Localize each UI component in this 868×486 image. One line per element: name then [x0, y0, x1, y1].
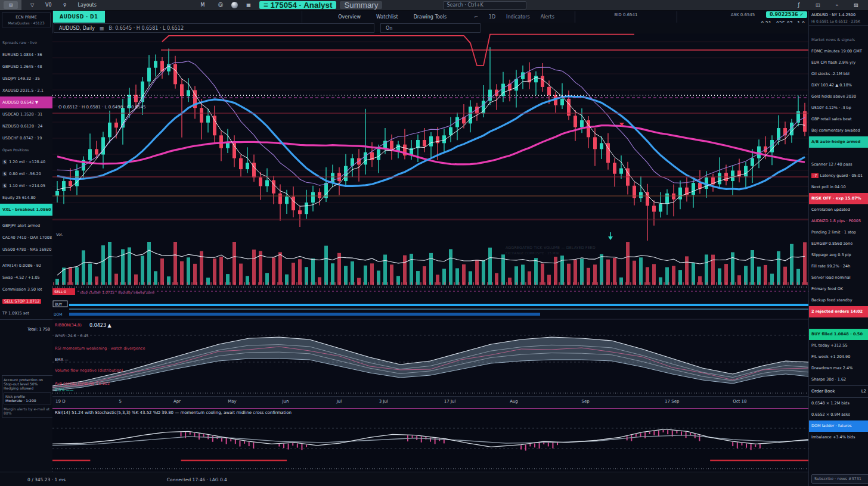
toggle-d-icon[interactable]: Ⓓ — [213, 1, 228, 9]
list-item[interactable]: GBPJPY alert armed — [0, 220, 52, 232]
list-item[interactable]: 0.80 mil · -56.20 — [0, 168, 52, 180]
list-item[interactable]: 2 rejected orders 14:02 — [809, 306, 868, 317]
oscillator-panel[interactable]: RSI(14) 51.24 with Stochastic(5,3,3) %K … — [52, 409, 808, 471]
list-item[interactable]: USDCHF 0.8742 · 19 — [0, 132, 52, 144]
list-item[interactable]: Swap -4.52 / +1.05 — [0, 272, 52, 284]
tab-item[interactable]: Watchlist — [376, 14, 398, 20]
app-grid-icon[interactable]: ⊞ — [4, 1, 18, 9]
list-item[interactable]: Drawdown max 2.4% — [809, 363, 868, 374]
tool-item[interactable]: ⌐ — [474, 14, 478, 20]
list-item[interactable]: Total: 1 758 — [0, 323, 52, 335]
toggle-m-icon[interactable]: M — [196, 1, 210, 9]
list-item[interactable]: Market news & signals — [809, 35, 868, 46]
list-item[interactable]: USDJPY 149.32 · 35 — [0, 73, 52, 85]
list-item[interactable]: 0.6552 × 0.9M asks — [809, 409, 868, 420]
list-item[interactable]: EURGBP 0.8560 zone — [809, 238, 868, 250]
list-item[interactable] — [0, 319, 52, 323]
list-item[interactable]: BoJ commentary awaited — [809, 125, 868, 136]
list-item[interactable]: XAUUSD 2031.5 · 2.1 — [0, 85, 52, 96]
list-item[interactable]: Primary feed OK — [809, 284, 868, 295]
analyst-button[interactable]: ≡ 175054 · Analyst — [259, 1, 336, 9]
list-item[interactable]: CAC40 7410 · DAX 17008 — [0, 232, 52, 244]
list-item[interactable] — [0, 256, 52, 260]
tab-strip-empty[interactable] — [105, 11, 302, 23]
list-item[interactable]: AUDUSD 0.6542 ▼ — [0, 96, 52, 108]
list-item[interactable]: BUY filled 1.0848 · 0.50 — [809, 329, 868, 340]
tool-item[interactable]: Indicators — [506, 14, 530, 20]
tab-item[interactable]: Drawing Tools — [414, 14, 447, 20]
list-item[interactable]: Imbalance +3.4% bids — [809, 432, 868, 443]
list-item[interactable] — [809, 317, 868, 329]
candlestick-chart[interactable]: O 0.6512 · H 0.6581 · L 0.6498 · C 0.654… — [52, 33, 808, 396]
risk-profile-box[interactable]: Risk profile Moderate · 1:200 — [4, 392, 51, 404]
list-item[interactable] — [809, 148, 868, 159]
svg-text:O 0.6512 · H 0.6581 · L 0.6498: O 0.6512 · H 0.6581 · L 0.6498 · C 0.654… — [58, 105, 145, 110]
list-item[interactable]: VXL · breakout 1.0860 — [0, 204, 52, 216]
list-item[interactable]: 0.6548 × 1.2M bids — [809, 398, 868, 409]
list-item[interactable]: SELL STOP 1.0712 — [0, 295, 52, 307]
menu-layouts[interactable]: Layouts — [76, 2, 99, 8]
list-item[interactable]: Next poll in 04:10 — [809, 182, 868, 193]
topbar-icon[interactable]: ◫ — [811, 1, 825, 9]
list-item[interactable]: Sharpe 30d · 1.62 — [809, 374, 868, 385]
list-item[interactable]: US10Y 4.12% · -3 bp — [809, 102, 868, 114]
list-item[interactable]: RISK OFF · exp 15.07% — [809, 193, 868, 204]
list-item[interactable]: Equity 25 614.80 — [0, 192, 52, 204]
symbol-info-box[interactable]: AUDUSD, Daily ▦ B: 0.6545 · H 0.6581 · L… — [54, 23, 374, 33]
list-item[interactable]: USDCAD 1.3528 · 31 — [0, 108, 52, 120]
oscillator-chart[interactable] — [52, 409, 808, 471]
list-item[interactable]: 1.10 mil · +214.05 — [0, 180, 52, 192]
list-item[interactable]: AUDNZD 1.8 pips · P0005 — [809, 216, 868, 227]
list-item[interactable]: Slippage avg 0.3 pip — [809, 250, 868, 261]
menu-v0[interactable]: V0 — [43, 2, 54, 8]
list-item[interactable]: ATR(14) 0.0086 · 92 — [0, 260, 52, 272]
list-item[interactable]: A/B auto-hedge armed — [809, 136, 868, 148]
filter-icon[interactable]: ▽ — [25, 1, 39, 9]
list-item[interactable]: EUR CPI flash 2.9% y/y — [809, 57, 868, 68]
list-item[interactable]: Scanner 12 / 40 pass — [809, 159, 868, 170]
list-item[interactable]: P/L today +312.55 — [809, 340, 868, 351]
globe-icon[interactable] — [231, 2, 238, 8]
topbar-icon[interactable]: ▨ — [849, 1, 863, 9]
list-item[interactable]: GBP retail sales beat — [809, 114, 868, 125]
tool-item[interactable]: 1D — [489, 14, 495, 20]
list-item[interactable]: Backup feed standby — [809, 295, 868, 306]
main-chart-pane[interactable]: O 0.6512 · H 0.6581 · L 0.6498 · C 0.654… — [52, 33, 808, 396]
list-item[interactable]: -7 Latency guard · 05:01 — [809, 170, 868, 182]
list-item[interactable]: DXY 103.42 ▲ 0.18% — [809, 80, 868, 91]
time-axis[interactable]: 19 D5AprMayJunJul3 Jul17 JulAugSep17 Sep… — [52, 396, 808, 409]
buy-pill-button[interactable]: 0.9022536 ✓ — [766, 11, 807, 18]
list-item[interactable]: Spreads raw · live — [0, 37, 52, 49]
tool-item[interactable]: Alerts — [541, 14, 554, 20]
topbar-icon[interactable]: ƒ — [792, 1, 806, 9]
search-input[interactable]: Search · Ctrl+K — [443, 1, 526, 10]
list-item[interactable]: Server load nominal — [809, 272, 868, 284]
list-item[interactable]: TP 1.0915 set — [0, 307, 52, 319]
list-item[interactable]: FOMC minutes 19:00 GMT — [809, 46, 868, 57]
list-item[interactable]: Pending 2 limit · 1 stop — [809, 227, 868, 238]
list-item[interactable]: Correlation updated — [809, 204, 868, 216]
list-item[interactable]: US500 4780 · NAS 16920 — [0, 244, 52, 256]
list-item[interactable]: P/L week +1 204.90 — [809, 351, 868, 363]
tab-item[interactable]: Overview — [338, 14, 361, 20]
list-item[interactable]: Open Positions — [0, 144, 52, 156]
list-item[interactable]: Fill rate 99.2% · 24h — [809, 261, 868, 272]
list-item[interactable]: Oil stocks -2.1M bbl — [809, 68, 868, 80]
list-item[interactable]: NZDUSD 0.6120 · 24 — [0, 120, 52, 132]
list-item[interactable]: GBPUSD 1.2645 · 48 — [0, 61, 52, 73]
pin-icon[interactable]: ⚲ — [58, 1, 72, 9]
subscribe-input[interactable]: Subscribe · news #3731 — [811, 474, 868, 484]
active-chart-tab[interactable]: AUDUSD · D1 — [52, 11, 105, 23]
list-item[interactable]: DOM ladder · futures — [809, 420, 868, 432]
list-item[interactable]: EURUSD 1.0834 · 36 — [0, 49, 52, 61]
list-item[interactable]: 1.20 mil · +128.40 — [0, 156, 52, 168]
grid-glyph-icon[interactable]: ▦ — [100, 26, 104, 31]
list-item[interactable]: Gold holds above 2030 — [809, 91, 868, 102]
grid-view-icon[interactable]: ▦ — [241, 1, 256, 9]
list-item[interactable]: Order BookL2 — [809, 385, 868, 398]
summary-button[interactable]: Summary — [340, 1, 382, 9]
topbar-icon[interactable]: ⌁ — [830, 1, 844, 9]
list-item[interactable]: Commission 3.50 lot — [0, 284, 52, 295]
period-field[interactable]: On — [380, 23, 480, 33]
list-item[interactable] — [0, 216, 52, 220]
